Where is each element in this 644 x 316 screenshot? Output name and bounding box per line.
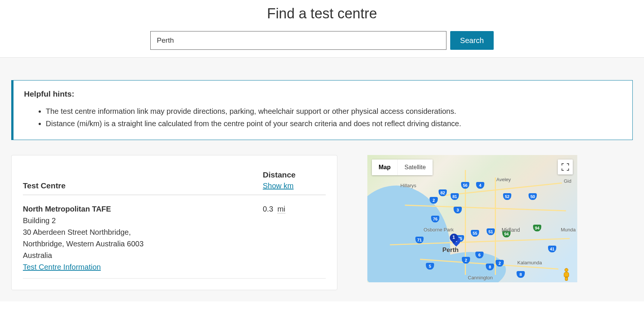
route-shield: 3	[454, 207, 462, 213]
fullscreen-button[interactable]	[558, 159, 573, 174]
map-label: Hillarys	[400, 183, 416, 188]
search-bar: Search	[0, 31, 644, 50]
header: Find a test centre Search	[0, 0, 644, 58]
map-label: Osborne Park	[424, 227, 454, 233]
map-tab-satellite[interactable]: Satellite	[397, 159, 433, 175]
route-shield: 50	[529, 193, 537, 200]
map-tab-map[interactable]: Map	[372, 159, 397, 175]
page-title: Find a test centre	[0, 0, 644, 31]
map-label: Aveley	[496, 177, 511, 182]
centre-address-line: Australia	[23, 251, 52, 259]
route-shield: 51	[487, 228, 495, 235]
distance-value: 0.3	[263, 205, 273, 213]
map-label: Kalamunda	[517, 260, 542, 265]
distance-header-label: Distance	[263, 170, 296, 179]
content-section: Helpful hints: The test centre informati…	[0, 58, 644, 301]
map-label: Munda	[561, 227, 576, 233]
route-shield: 94	[533, 225, 541, 231]
centre-address-line: Northbridge, Western Australia 6003	[23, 240, 144, 248]
hint-item: Distance (mi/km) is a straight line calc…	[46, 118, 622, 130]
route-shield: 4	[476, 182, 484, 189]
route-shield: 8	[517, 271, 525, 278]
route-shield: 56	[461, 182, 469, 189]
route-shield: 2	[430, 197, 438, 204]
map-road	[443, 182, 562, 196]
search-button[interactable]: Search	[450, 31, 493, 50]
centre-name: North Metropolitan TAFE	[23, 205, 111, 213]
map-label: Gid	[564, 178, 571, 184]
map-label: Cannington	[468, 275, 493, 280]
map-label-perth: Perth	[442, 246, 458, 254]
show-km-link[interactable]: Show km	[263, 182, 294, 190]
map-label: Midland	[502, 227, 520, 233]
centre-address-line: 30 Aberdeen Street Northbridge,	[23, 228, 131, 236]
col-header-distance: Distance Show km	[263, 170, 326, 195]
route-shield: 55	[471, 230, 479, 237]
hints-list: The test centre information link may pro…	[24, 105, 622, 130]
hint-item: The test centre information link may pro…	[46, 105, 622, 118]
table-row: North Metropolitan TAFE Building 2 30 Ab…	[23, 195, 326, 279]
pegman-icon[interactable]	[561, 268, 572, 282]
distance-cell: 0.3 mi	[263, 195, 326, 279]
centre-info-link[interactable]: Test Centre Information	[23, 263, 101, 271]
fullscreen-icon	[562, 164, 568, 170]
hints-box: Helpful hints: The test centre informati…	[11, 80, 633, 140]
centre-address-line: Building 2	[23, 216, 56, 225]
results-card: Test Centre Distance Show km North Metro…	[11, 155, 337, 290]
centre-cell: North Metropolitan TAFE Building 2 30 Ab…	[23, 195, 263, 279]
route-shield: 81	[451, 193, 459, 200]
route-shield: 52	[503, 193, 511, 200]
search-input[interactable]	[150, 31, 446, 50]
route-shield: 41	[548, 246, 556, 252]
map-type-switcher: Map Satellite	[372, 159, 433, 175]
hints-title: Helpful hints:	[24, 89, 622, 98]
distance-unit: mi	[277, 205, 285, 213]
results-row: Test Centre Distance Show km North Metro…	[11, 155, 633, 290]
map[interactable]: 56 4 52 50 82 81 2 3 76 71 75 55 51 94 9…	[367, 155, 577, 282]
col-header-centre: Test Centre	[23, 170, 263, 195]
results-table: Test Centre Distance Show km North Metro…	[23, 170, 326, 279]
